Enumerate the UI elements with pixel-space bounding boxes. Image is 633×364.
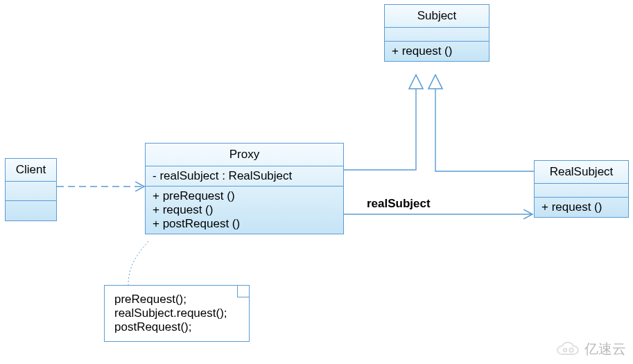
svg-point-1 xyxy=(569,348,573,352)
class-subject-attrs xyxy=(385,28,489,42)
note-line: postRequest(); xyxy=(114,320,239,334)
class-subject-ops: + request () xyxy=(385,42,489,61)
op-postrequest: + postRequest () xyxy=(153,217,336,231)
class-subject-title: Subject xyxy=(385,5,489,28)
class-proxy-attrs: - realSubject : RealSubject xyxy=(146,166,343,187)
note-proxy-sequence: preRequest(); realSubject.request(); pos… xyxy=(104,285,250,342)
cloud-icon xyxy=(555,342,580,357)
class-realsubject-attrs xyxy=(535,184,628,198)
op-request: + request () xyxy=(541,200,621,214)
svg-point-0 xyxy=(564,348,566,351)
class-subject: Subject + request () xyxy=(384,4,489,62)
note-fold-icon xyxy=(237,286,249,297)
class-client: Client xyxy=(5,158,57,221)
class-realsubject-ops: + request () xyxy=(535,198,628,217)
note-line: preRequest(); xyxy=(114,293,239,306)
attr-realsubject: - realSubject : RealSubject xyxy=(153,169,336,183)
op-request: + request () xyxy=(392,44,482,58)
generalization-realsubject-subject xyxy=(435,82,534,171)
class-proxy-ops: + preRequest () + request () + postReque… xyxy=(146,187,343,234)
class-proxy-title: Proxy xyxy=(146,144,343,166)
class-client-title: Client xyxy=(6,159,56,182)
class-client-attrs xyxy=(6,182,56,201)
note-line: realSubject.request(); xyxy=(114,306,239,320)
assoc-label-realsubject: realSubject xyxy=(367,197,431,211)
generalization-proxy-subject xyxy=(343,82,416,170)
watermark: 亿速云 xyxy=(555,340,626,358)
class-client-ops xyxy=(6,201,56,220)
class-realsubject: RealSubject + request () xyxy=(534,160,629,218)
op-prerequest: + preRequest () xyxy=(153,189,336,203)
note-anchor xyxy=(128,241,148,286)
watermark-text: 亿速云 xyxy=(584,340,626,358)
class-proxy: Proxy - realSubject : RealSubject + preR… xyxy=(145,143,344,234)
op-request: + request () xyxy=(153,203,336,217)
class-realsubject-title: RealSubject xyxy=(535,161,628,184)
